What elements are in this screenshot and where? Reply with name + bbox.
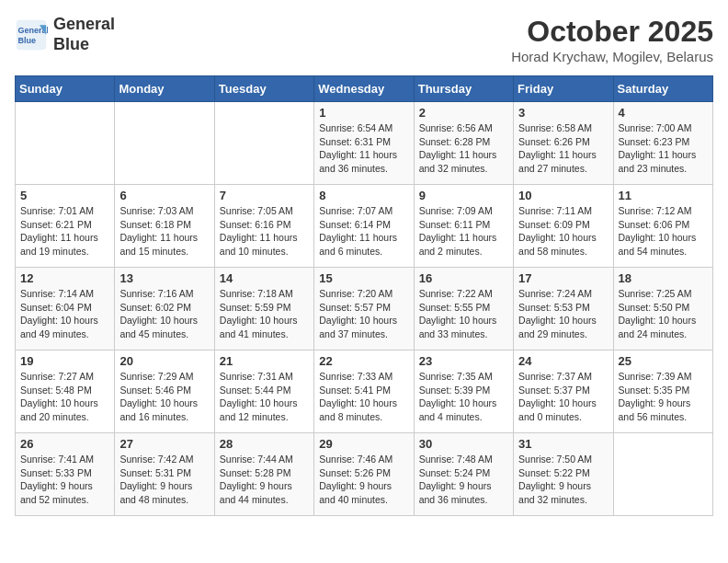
page-header: General Blue General Blue October 2025 H…	[15, 15, 713, 64]
svg-text:Blue: Blue	[18, 36, 37, 45]
calendar-cell: 25Sunrise: 7:39 AM Sunset: 5:35 PM Dayli…	[613, 350, 712, 433]
logo: General Blue General Blue	[15, 15, 115, 54]
calendar-cell	[214, 102, 313, 185]
weekday-header-sunday: Sunday	[16, 76, 115, 102]
calendar-cell: 28Sunrise: 7:44 AM Sunset: 5:28 PM Dayli…	[214, 433, 313, 516]
cell-content: Sunrise: 7:35 AM Sunset: 5:39 PM Dayligh…	[419, 370, 508, 424]
weekday-header-thursday: Thursday	[414, 76, 513, 102]
calendar-cell: 17Sunrise: 7:24 AM Sunset: 5:53 PM Dayli…	[514, 268, 613, 350]
day-number: 16	[419, 271, 508, 285]
calendar-cell: 5Sunrise: 7:01 AM Sunset: 6:21 PM Daylig…	[16, 185, 115, 268]
day-number: 17	[518, 271, 608, 285]
weekday-header-friday: Friday	[514, 76, 613, 102]
calendar-cell: 4Sunrise: 7:00 AM Sunset: 6:23 PM Daylig…	[613, 102, 712, 185]
cell-content: Sunrise: 7:11 AM Sunset: 6:09 PM Dayligh…	[518, 204, 608, 259]
cell-content: Sunrise: 7:25 AM Sunset: 5:50 PM Dayligh…	[619, 287, 708, 341]
day-number: 26	[20, 437, 109, 451]
day-number: 7	[220, 189, 309, 202]
calendar-cell: 24Sunrise: 7:37 AM Sunset: 5:37 PM Dayli…	[514, 350, 613, 433]
cell-content: Sunrise: 7:05 AM Sunset: 6:16 PM Dayligh…	[220, 204, 309, 259]
cell-content: Sunrise: 7:37 AM Sunset: 5:37 PM Dayligh…	[518, 370, 608, 424]
weekday-header-wednesday: Wednesday	[314, 76, 414, 102]
calendar-cell: 21Sunrise: 7:31 AM Sunset: 5:44 PM Dayli…	[214, 350, 313, 433]
calendar-cell	[16, 102, 115, 185]
calendar-cell: 3Sunrise: 6:58 AM Sunset: 6:26 PM Daylig…	[514, 102, 613, 185]
day-number: 11	[619, 189, 708, 202]
calendar-week-3: 12Sunrise: 7:14 AM Sunset: 6:04 PM Dayli…	[16, 268, 713, 350]
day-number: 19	[20, 354, 109, 368]
day-number: 30	[419, 437, 508, 451]
cell-content: Sunrise: 7:20 AM Sunset: 5:57 PM Dayligh…	[319, 287, 408, 341]
day-number: 29	[319, 437, 408, 451]
day-number: 27	[119, 437, 209, 451]
day-number: 21	[220, 354, 309, 368]
calendar-week-1: 1Sunrise: 6:54 AM Sunset: 6:31 PM Daylig…	[16, 102, 713, 185]
cell-content: Sunrise: 7:01 AM Sunset: 6:21 PM Dayligh…	[20, 204, 109, 259]
calendar-cell: 16Sunrise: 7:22 AM Sunset: 5:55 PM Dayli…	[414, 268, 513, 350]
calendar-table: SundayMondayTuesdayWednesdayThursdayFrid…	[15, 75, 713, 516]
calendar-cell: 13Sunrise: 7:16 AM Sunset: 6:02 PM Dayli…	[115, 268, 214, 350]
calendar-week-4: 19Sunrise: 7:27 AM Sunset: 5:48 PM Dayli…	[16, 350, 713, 433]
cell-content: Sunrise: 7:48 AM Sunset: 5:24 PM Dayligh…	[419, 453, 508, 507]
calendar-cell: 2Sunrise: 6:56 AM Sunset: 6:28 PM Daylig…	[414, 102, 513, 185]
cell-content: Sunrise: 7:44 AM Sunset: 5:28 PM Dayligh…	[220, 453, 309, 507]
calendar-cell: 7Sunrise: 7:05 AM Sunset: 6:16 PM Daylig…	[214, 185, 313, 268]
day-number: 20	[119, 354, 209, 368]
cell-content: Sunrise: 7:07 AM Sunset: 6:14 PM Dayligh…	[319, 204, 408, 259]
calendar-cell	[115, 102, 214, 185]
day-number: 9	[419, 189, 508, 202]
day-number: 2	[419, 106, 508, 120]
weekday-header-row: SundayMondayTuesdayWednesdayThursdayFrid…	[16, 76, 713, 102]
title-block: October 2025 Horad Krychaw, Mogilev, Bel…	[511, 15, 713, 64]
calendar-cell: 14Sunrise: 7:18 AM Sunset: 5:59 PM Dayli…	[214, 268, 313, 350]
day-number: 3	[518, 106, 608, 120]
day-number: 15	[319, 271, 408, 285]
cell-content: Sunrise: 7:41 AM Sunset: 5:33 PM Dayligh…	[20, 453, 109, 507]
cell-content: Sunrise: 7:50 AM Sunset: 5:22 PM Dayligh…	[518, 453, 608, 507]
calendar-cell: 20Sunrise: 7:29 AM Sunset: 5:46 PM Dayli…	[115, 350, 214, 433]
day-number: 1	[319, 106, 408, 120]
calendar-cell: 8Sunrise: 7:07 AM Sunset: 6:14 PM Daylig…	[314, 185, 414, 268]
calendar-cell: 30Sunrise: 7:48 AM Sunset: 5:24 PM Dayli…	[414, 433, 513, 516]
cell-content: Sunrise: 7:09 AM Sunset: 6:11 PM Dayligh…	[419, 204, 508, 259]
cell-content: Sunrise: 7:31 AM Sunset: 5:44 PM Dayligh…	[220, 370, 309, 424]
cell-content: Sunrise: 7:14 AM Sunset: 6:04 PM Dayligh…	[20, 287, 109, 341]
calendar-week-5: 26Sunrise: 7:41 AM Sunset: 5:33 PM Dayli…	[16, 433, 713, 516]
day-number: 18	[619, 271, 708, 285]
cell-content: Sunrise: 7:03 AM Sunset: 6:18 PM Dayligh…	[119, 204, 209, 259]
day-number: 14	[220, 271, 309, 285]
calendar-cell: 12Sunrise: 7:14 AM Sunset: 6:04 PM Dayli…	[16, 268, 115, 350]
cell-content: Sunrise: 6:54 AM Sunset: 6:31 PM Dayligh…	[319, 121, 408, 176]
day-number: 5	[20, 189, 109, 202]
day-number: 8	[319, 189, 408, 202]
calendar-week-2: 5Sunrise: 7:01 AM Sunset: 6:21 PM Daylig…	[16, 185, 713, 268]
day-number: 31	[518, 437, 608, 451]
cell-content: Sunrise: 7:22 AM Sunset: 5:55 PM Dayligh…	[419, 287, 508, 341]
calendar-cell: 6Sunrise: 7:03 AM Sunset: 6:18 PM Daylig…	[115, 185, 214, 268]
calendar-cell: 1Sunrise: 6:54 AM Sunset: 6:31 PM Daylig…	[314, 102, 414, 185]
cell-content: Sunrise: 7:24 AM Sunset: 5:53 PM Dayligh…	[518, 287, 608, 341]
cell-content: Sunrise: 7:33 AM Sunset: 5:41 PM Dayligh…	[319, 370, 408, 424]
cell-content: Sunrise: 7:12 AM Sunset: 6:06 PM Dayligh…	[619, 204, 708, 259]
calendar-cell: 9Sunrise: 7:09 AM Sunset: 6:11 PM Daylig…	[414, 185, 513, 268]
calendar-cell: 29Sunrise: 7:46 AM Sunset: 5:26 PM Dayli…	[314, 433, 414, 516]
cell-content: Sunrise: 7:27 AM Sunset: 5:48 PM Dayligh…	[20, 370, 109, 424]
month-title: October 2025	[511, 15, 713, 49]
day-number: 13	[119, 271, 209, 285]
logo-text: General Blue	[53, 15, 115, 54]
day-number: 28	[220, 437, 309, 451]
calendar-cell: 15Sunrise: 7:20 AM Sunset: 5:57 PM Dayli…	[314, 268, 414, 350]
weekday-header-saturday: Saturday	[613, 76, 712, 102]
calendar-cell: 31Sunrise: 7:50 AM Sunset: 5:22 PM Dayli…	[514, 433, 613, 516]
logo-icon: General Blue	[15, 18, 48, 52]
weekday-header-monday: Monday	[115, 76, 214, 102]
calendar-cell: 10Sunrise: 7:11 AM Sunset: 6:09 PM Dayli…	[514, 185, 613, 268]
day-number: 4	[619, 106, 708, 120]
day-number: 22	[319, 354, 408, 368]
cell-content: Sunrise: 7:00 AM Sunset: 6:23 PM Dayligh…	[619, 121, 708, 176]
cell-content: Sunrise: 7:42 AM Sunset: 5:31 PM Dayligh…	[119, 453, 209, 507]
cell-content: Sunrise: 7:46 AM Sunset: 5:26 PM Dayligh…	[319, 453, 408, 507]
day-number: 25	[619, 354, 708, 368]
calendar-cell: 11Sunrise: 7:12 AM Sunset: 6:06 PM Dayli…	[613, 185, 712, 268]
cell-content: Sunrise: 7:29 AM Sunset: 5:46 PM Dayligh…	[119, 370, 209, 424]
